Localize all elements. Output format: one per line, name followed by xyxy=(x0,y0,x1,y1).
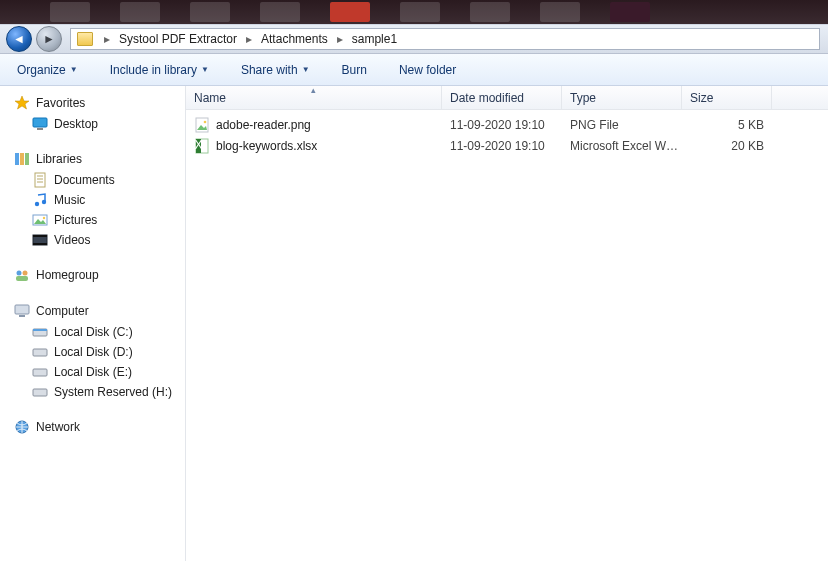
sidebar-item-documents[interactable]: Documents xyxy=(0,170,185,190)
svg-point-31 xyxy=(204,120,207,123)
breadcrumb-item[interactable]: Systool PDF Extractor xyxy=(115,29,241,49)
svg-rect-4 xyxy=(20,153,24,165)
network-icon xyxy=(14,419,30,435)
include-in-library-button[interactable]: Include in library ▼ xyxy=(105,59,214,81)
png-file-icon xyxy=(194,117,210,133)
svg-rect-27 xyxy=(33,389,47,396)
svg-rect-22 xyxy=(19,315,25,317)
svg-rect-25 xyxy=(33,349,47,356)
disk-icon xyxy=(32,344,48,360)
file-size-cell: 5 KB xyxy=(682,118,772,132)
sidebar-item-label: Desktop xyxy=(54,117,98,131)
svg-marker-0 xyxy=(15,96,29,109)
sidebar-item-music[interactable]: Music xyxy=(0,190,185,210)
share-label: Share with xyxy=(241,63,298,77)
sidebar-item-label: Documents xyxy=(54,173,115,187)
sidebar-item-label: Pictures xyxy=(54,213,97,227)
breadcrumb-item[interactable]: Attachments xyxy=(257,29,332,49)
sidebar-header-favorites[interactable]: Favorites xyxy=(0,92,185,114)
sidebar-item-desktop[interactable]: Desktop xyxy=(0,114,185,134)
sidebar-header-network[interactable]: Network xyxy=(0,416,185,438)
sidebar-header-libraries[interactable]: Libraries xyxy=(0,148,185,170)
burn-button[interactable]: Burn xyxy=(337,59,372,81)
svg-point-11 xyxy=(42,200,46,204)
taskbar-thumb xyxy=(610,2,650,22)
svg-rect-16 xyxy=(33,235,47,237)
chevron-down-icon: ▼ xyxy=(70,65,78,74)
include-label: Include in library xyxy=(110,63,197,77)
homegroup-label: Homegroup xyxy=(36,268,99,282)
sidebar-item-videos[interactable]: Videos xyxy=(0,230,185,250)
column-header-size[interactable]: Size xyxy=(682,86,772,109)
address-bar-row: ◄ ► ▸ Systool PDF Extractor ▸ Attachment… xyxy=(0,24,828,54)
file-name-cell: X blog-keywords.xlsx xyxy=(186,138,442,154)
network-label: Network xyxy=(36,420,80,434)
address-bar[interactable]: ▸ Systool PDF Extractor ▸ Attachments ▸ … xyxy=(70,28,820,50)
sidebar-group-network: Network xyxy=(0,416,185,438)
documents-icon xyxy=(32,172,48,188)
file-row[interactable]: X blog-keywords.xlsx 11-09-2020 19:10 Mi… xyxy=(186,135,828,156)
sidebar-header-homegroup[interactable]: Homegroup xyxy=(0,264,185,286)
star-icon xyxy=(14,95,30,111)
file-rows: adobe-reader.png 11-09-2020 19:10 PNG Fi… xyxy=(186,110,828,156)
column-header-type[interactable]: Type xyxy=(562,86,682,109)
svg-point-10 xyxy=(35,202,39,206)
taskbar-thumb xyxy=(330,2,370,22)
file-type-cell: PNG File xyxy=(562,118,682,132)
svg-rect-6 xyxy=(35,173,45,187)
pictures-icon xyxy=(32,212,48,228)
sidebar-item-disk-d[interactable]: Local Disk (D:) xyxy=(0,342,185,362)
new-folder-button[interactable]: New folder xyxy=(394,59,461,81)
file-name: adobe-reader.png xyxy=(216,118,311,132)
svg-rect-20 xyxy=(16,276,28,281)
command-toolbar: Organize ▼ Include in library ▼ Share wi… xyxy=(0,54,828,86)
svg-rect-21 xyxy=(15,305,29,314)
desktop-icon xyxy=(32,116,48,132)
organize-button[interactable]: Organize ▼ xyxy=(12,59,83,81)
sidebar-item-label: Local Disk (E:) xyxy=(54,365,132,379)
svg-rect-3 xyxy=(15,153,19,165)
organize-label: Organize xyxy=(17,63,66,77)
breadcrumb-separator[interactable]: ▸ xyxy=(99,29,115,49)
svg-rect-1 xyxy=(33,118,47,127)
sidebar-header-computer[interactable]: Computer xyxy=(0,300,185,322)
sidebar-item-label: System Reserved (H:) xyxy=(54,385,172,399)
svg-rect-2 xyxy=(37,128,43,130)
file-date-cell: 11-09-2020 19:10 xyxy=(442,118,562,132)
sidebar-item-disk-h[interactable]: System Reserved (H:) xyxy=(0,382,185,402)
sidebar-item-disk-e[interactable]: Local Disk (E:) xyxy=(0,362,185,382)
column-header-date[interactable]: Date modified xyxy=(442,86,562,109)
music-icon xyxy=(32,192,48,208)
taskbar-thumb xyxy=(120,2,160,22)
xlsx-file-icon: X xyxy=(194,138,210,154)
sidebar-item-pictures[interactable]: Pictures xyxy=(0,210,185,230)
svg-text:X: X xyxy=(194,138,202,152)
sidebar-item-disk-c[interactable]: Local Disk (C:) xyxy=(0,322,185,342)
file-row[interactable]: adobe-reader.png 11-09-2020 19:10 PNG Fi… xyxy=(186,114,828,135)
taskbar-thumb xyxy=(400,2,440,22)
column-label: Size xyxy=(690,91,713,105)
chevron-down-icon: ▼ xyxy=(201,65,209,74)
taskbar-thumb xyxy=(190,2,230,22)
breadcrumb-separator[interactable]: ▸ xyxy=(241,29,257,49)
main-area: Favorites Desktop Libraries Document xyxy=(0,86,828,561)
libraries-label: Libraries xyxy=(36,152,82,166)
back-button[interactable]: ◄ xyxy=(6,26,32,52)
breadcrumb-item[interactable]: sample1 xyxy=(348,29,401,49)
sidebar-item-label: Local Disk (D:) xyxy=(54,345,133,359)
arrow-right-icon: ► xyxy=(43,32,55,46)
breadcrumb-separator[interactable]: ▸ xyxy=(332,29,348,49)
column-header-name[interactable]: Name ▴ xyxy=(186,86,442,109)
taskbar-thumb xyxy=(260,2,300,22)
libraries-icon xyxy=(14,151,30,167)
share-with-button[interactable]: Share with ▼ xyxy=(236,59,315,81)
computer-icon xyxy=(14,303,30,319)
burn-label: Burn xyxy=(342,63,367,77)
videos-icon xyxy=(32,232,48,248)
arrow-left-icon: ◄ xyxy=(13,32,25,46)
sidebar-item-label: Local Disk (C:) xyxy=(54,325,133,339)
file-size-cell: 20 KB xyxy=(682,139,772,153)
disk-icon xyxy=(32,384,48,400)
file-date-cell: 11-09-2020 19:10 xyxy=(442,139,562,153)
forward-button[interactable]: ► xyxy=(36,26,62,52)
